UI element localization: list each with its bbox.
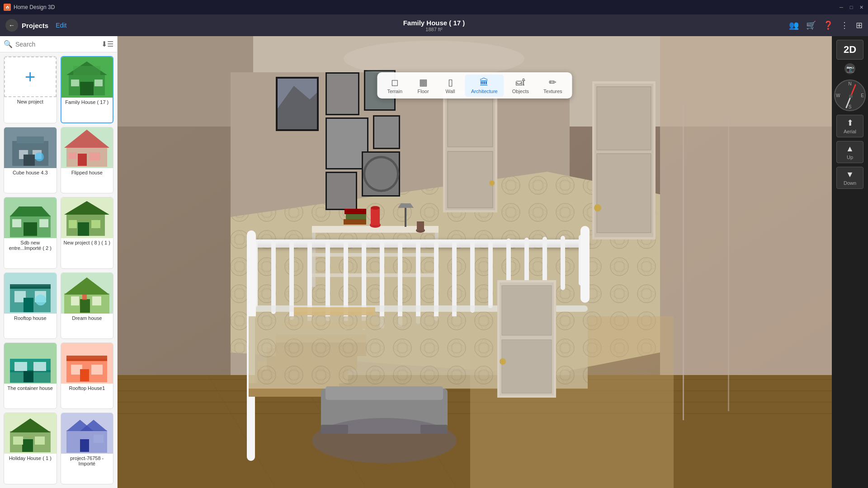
app-title-text: Home Design 3D	[14, 4, 55, 10]
rooftop-house1-thumb	[61, 343, 113, 384]
toolbar-floor[interactable]: ▦ Floor	[410, 74, 436, 97]
maximize-button[interactable]: □	[848, 4, 854, 10]
svg-rect-51	[22, 439, 33, 452]
project-main-title: Family House ( 17 )	[403, 19, 465, 27]
svg-rect-162	[326, 386, 443, 400]
down-view-button[interactable]: ▼ Down	[836, 167, 863, 189]
close-button[interactable]: ✕	[858, 4, 864, 10]
svg-rect-88	[374, 117, 399, 148]
svg-rect-24	[78, 222, 89, 236]
dream-house-name: Dream house	[61, 314, 113, 323]
minimize-button[interactable]: ─	[838, 4, 844, 10]
container-house-name: The container house	[4, 384, 57, 393]
view-2d-button[interactable]: 2D	[836, 40, 863, 60]
svg-rect-129	[398, 242, 402, 327]
edit-button[interactable]: Edit	[56, 22, 66, 29]
sdb-new-thumb	[4, 197, 57, 238]
svg-line-169	[851, 85, 855, 96]
aerial-icon: ⬆	[847, 118, 854, 128]
app-icon: 🏠	[4, 4, 11, 11]
svg-rect-112	[448, 95, 493, 147]
svg-rect-16	[69, 152, 77, 159]
svg-rect-48	[80, 369, 89, 381]
sidebar: 🔍 ⬇☰ + New project	[0, 36, 118, 488]
new-project-8-thumb	[61, 197, 113, 238]
svg-rect-128	[380, 242, 384, 328]
svg-rect-21	[39, 219, 48, 227]
flipped-house-card[interactable]: Flipped house	[61, 127, 114, 193]
svg-rect-138	[561, 236, 565, 290]
svg-point-119	[594, 204, 601, 211]
down-label: Down	[844, 180, 856, 186]
svg-rect-35	[80, 299, 90, 313]
center-title: Family House ( 17 ) 1887 ft²	[403, 19, 465, 32]
svg-rect-118	[597, 154, 651, 233]
users-icon[interactable]: 👥	[789, 20, 799, 30]
objects-icon: 🛋	[516, 77, 525, 88]
camera-icon: 📷	[846, 65, 854, 72]
app-title: 🏠 Home Design 3D	[4, 4, 55, 11]
svg-rect-52	[35, 436, 45, 445]
svg-rect-38	[82, 295, 87, 300]
toolbar: ◻ Terrain ▦ Floor ▯ Wall 🏛 Architecture …	[377, 72, 572, 99]
toolbar-terrain[interactable]: ◻ Terrain	[381, 74, 409, 97]
aerial-label: Aerial	[844, 129, 856, 134]
family-house-thumb	[61, 57, 113, 98]
svg-rect-45	[66, 356, 107, 361]
terrain-label: Terrain	[387, 89, 402, 94]
down-icon: ▼	[846, 170, 854, 179]
new-project-card[interactable]: + New project	[4, 56, 57, 123]
svg-rect-42	[33, 362, 46, 371]
toolbar-textures[interactable]: ✏ Textures	[537, 74, 569, 97]
search-input[interactable]	[15, 41, 99, 48]
svg-rect-25	[91, 220, 100, 228]
rooftop-house1-card[interactable]: Rooftop House1	[61, 343, 114, 409]
dream-house-thumb	[61, 273, 113, 314]
svg-rect-3	[71, 80, 79, 86]
holiday-house-card[interactable]: Holiday House ( 1 )	[4, 413, 57, 484]
cart-icon[interactable]: 🛒	[806, 20, 816, 30]
wall-icon: ▯	[448, 77, 453, 88]
help-icon[interactable]: ❓	[823, 20, 833, 30]
svg-point-107	[371, 206, 380, 210]
dream-house-card[interactable]: Dream house	[61, 272, 114, 339]
svg-rect-103	[346, 214, 366, 219]
container-house-card[interactable]: The container house	[4, 343, 57, 409]
cube-house-card[interactable]: Cube house 4.3	[4, 127, 57, 193]
svg-rect-14	[78, 154, 87, 166]
up-view-button[interactable]: ▲ Up	[836, 141, 863, 163]
toolbar-wall[interactable]: ▯ Wall	[438, 74, 463, 97]
back-button[interactable]: ←	[5, 19, 18, 32]
viewport: ◻ Terrain ▦ Floor ▯ Wall 🏛 Architecture …	[118, 36, 832, 488]
terrain-icon: ◻	[391, 77, 399, 88]
svg-rect-102	[344, 219, 366, 225]
camera-button[interactable]: 📷	[844, 63, 855, 74]
family-house-card[interactable]: Family House ( 17 )	[61, 56, 114, 123]
toolbar-objects[interactable]: 🛋 Objects	[506, 75, 535, 97]
nav-bar: ← Projects Edit Family House ( 17 ) 1887…	[0, 14, 868, 36]
architecture-icon: 🏛	[480, 77, 489, 88]
project-76758-card[interactable]: project-76758 - Importé	[61, 413, 114, 484]
new-project-name: New project	[4, 97, 57, 106]
svg-rect-133	[470, 240, 475, 313]
main-layout: 🔍 ⬇☰ + New project	[0, 36, 868, 488]
rooftop-house1-name: Rooftop House1	[61, 384, 113, 393]
toolbar-architecture[interactable]: 🏛 Architecture	[465, 75, 504, 97]
compass-circle: N S E W	[834, 80, 866, 111]
rooftop-house-card[interactable]: Rooftop house	[4, 272, 57, 339]
sort-icon[interactable]: ⬇☰	[101, 40, 113, 48]
sdb-new-card[interactable]: Sdb new entre...Importé ( 2 )	[4, 197, 57, 269]
search-icon: 🔍	[4, 40, 13, 48]
svg-rect-43	[24, 371, 33, 382]
more-icon[interactable]: ⋮	[840, 20, 849, 30]
svg-rect-167	[728, 117, 729, 411]
new-project-8-card[interactable]: New project ( 8 ) ( 1 )	[61, 197, 114, 269]
grid-icon[interactable]: ⊞	[856, 20, 863, 30]
up-label: Up	[847, 155, 853, 160]
svg-marker-34	[64, 277, 109, 295]
svg-rect-2	[80, 82, 94, 95]
new-project-8-name: New project ( 8 ) ( 1 )	[61, 238, 113, 247]
svg-rect-90	[327, 173, 356, 209]
objects-label: Objects	[512, 89, 529, 94]
aerial-view-button[interactable]: ⬆ Aerial	[836, 115, 863, 137]
